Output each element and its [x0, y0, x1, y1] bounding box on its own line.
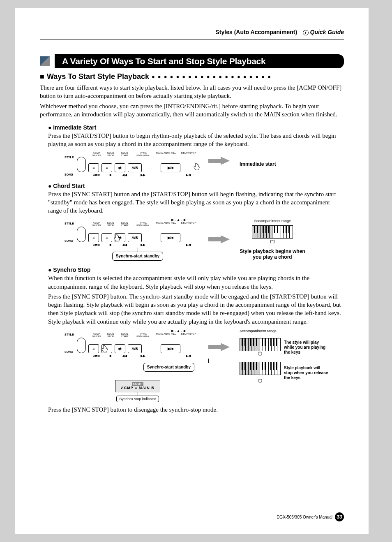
subhead-text: Ways To Start Style Playback	[47, 72, 149, 81]
control-panel-synchro: STYLE SONG ▶-▲-◀ ACMP ON/OFF SYNC STOP S…	[77, 329, 198, 358]
song-label-2: SONG	[65, 239, 73, 242]
label-acmp: ACMP ON/OFF	[91, 152, 102, 157]
start-stop-button-icon: ▶/■	[161, 163, 180, 172]
synchro-diagram: STYLE SONG ▶-▲-◀ ACMP ON/OFF SYNC STOP S…	[77, 329, 344, 403]
accomp-range-label-2: Accompaniment range	[240, 329, 329, 333]
immediate-diagram: STYLE SONG ACMP ON/OFF SYNC STOP SYNC ST…	[77, 152, 344, 177]
flash-marks-icon: ▶-▲-◀	[159, 329, 198, 333]
label-main: MAIN/ AUTO FILL	[156, 152, 176, 157]
bot-stop: ■	[105, 173, 116, 177]
immediate-caption: Immediate start	[240, 161, 276, 167]
synchro-closing: Press the [SYNC STOP] button to disengag…	[48, 405, 344, 414]
bot-rew: ◀◀	[119, 173, 130, 177]
header-guide: rQuick Guide	[303, 29, 344, 35]
synchro-start-callout: Synchro-start standby	[112, 252, 163, 261]
sync-stop-button-icon: ≡	[101, 163, 112, 172]
hand-pointer-icon	[112, 234, 121, 243]
chord-right-block: Accompaniment range Style playback begin…	[240, 219, 305, 260]
label-sync-stop: SYNC STOP	[105, 152, 116, 157]
style-stops-note: Style playback will stop when you releas…	[284, 366, 329, 380]
title-decorative-icon	[40, 56, 50, 66]
chord-start-block: Chord Start Press the [SYNC START] butto…	[48, 183, 344, 261]
header-pill: r	[303, 30, 309, 35]
label-start-stop: START/STOP	[179, 152, 198, 157]
rounded-toggle-icon	[77, 227, 86, 242]
control-panel-chord: STYLE SONG ▶-▲-◀ ACMP ON/OFF SYNC STOP S…	[77, 218, 198, 247]
section-title-row: A Variety Of Ways To Start and Stop Styl…	[40, 54, 344, 68]
keyboard-icon	[240, 338, 281, 351]
hand-release-icon	[255, 378, 265, 384]
keyboard-icon	[252, 225, 293, 239]
keyboard-icon	[240, 362, 281, 375]
acmp-button-icon: ≡	[88, 163, 99, 172]
flash-marks-icon: ▶-▲-◀	[159, 218, 198, 222]
page-footer: DGX-505/305 Owner's Manual 33	[277, 512, 344, 521]
immediate-start-block: Immediate Start Press the [START/STOP] b…	[48, 124, 344, 177]
synchro-body-1: When this function is selected the accom…	[48, 274, 344, 291]
arrow-icon	[221, 338, 230, 356]
header-section: Styles (Auto Accompaniment)	[216, 29, 297, 35]
footer-model: DGX-505/305 Owner's Manual	[277, 515, 332, 519]
label-sync-start: SYNC START	[119, 152, 130, 157]
synchro-stop-head: Synchro Stop	[48, 266, 344, 273]
hand-pointer-icon	[192, 162, 201, 171]
arrow-icon	[221, 230, 230, 248]
dot-leader: ●●●●●●●●●●●●●●●●●●●●	[152, 74, 344, 80]
rounded-toggle-icon	[77, 338, 86, 353]
chord-caption: Style playback begins when you play a ch…	[240, 248, 305, 260]
immediate-start-body: Press the [START/STOP] button to begin r…	[48, 132, 344, 148]
song-label: SONG	[65, 173, 73, 176]
arrow-icon	[221, 152, 230, 170]
bot-ff: ▶▶	[133, 173, 153, 177]
intro-paragraph-2: Whichever method you choose, you can pre…	[40, 102, 344, 119]
ab-button-icon: A/B	[128, 163, 142, 172]
chord-start-body: Press the [SYNC START] button and the [S…	[48, 190, 344, 215]
immediate-start-head: Immediate Start	[48, 124, 344, 131]
control-panel-immediate: STYLE SONG ACMP ON/OFF SYNC STOP SYNC ST…	[77, 152, 198, 177]
chord-start-head: Chord Start	[48, 183, 344, 189]
black-square-bullet-icon: ■	[40, 72, 44, 81]
hand-press-icon	[255, 350, 265, 357]
chord-diagram: STYLE SONG ▶-▲-◀ ACMP ON/OFF SYNC STOP S…	[77, 218, 344, 261]
page-header: Styles (Auto Accompaniment) rQuick Guide	[40, 29, 344, 39]
manual-page: Styles (Auto Accompaniment) rQuick Guide…	[15, 8, 377, 534]
synchro-body-2: Press the [SYNC STOP] button. The synchr…	[48, 292, 344, 326]
bot-ab: A⇄B	[91, 173, 102, 177]
section-title: A Variety Of Ways To Start and Stop Styl…	[55, 54, 344, 68]
intro-paragraph-1: There are four different ways to start s…	[40, 83, 344, 100]
rounded-toggle-icon	[77, 157, 86, 172]
accomp-range-label: Accompaniment range	[254, 219, 291, 223]
style-label: STYLE	[65, 156, 74, 159]
style-label-2: STYLE	[65, 222, 74, 225]
synchro-stop-block: Synchro Stop When this function is selec…	[48, 266, 344, 414]
synchro-stop-indicator-label: Synchro-stop indicator	[116, 396, 159, 402]
lcd-display: ACMP ACMP ≡ MAIN B	[115, 380, 160, 393]
hand-pointer-icon	[100, 345, 109, 354]
page-number: 33	[335, 512, 344, 521]
sync-start-button-icon: ⇄	[115, 163, 125, 172]
synchro-start-callout-2: Synchro-start standby	[143, 363, 194, 372]
subhead-ways-to-start: ■ Ways To Start Style Playback ●●●●●●●●●…	[40, 72, 344, 81]
hand-play-icon	[267, 239, 277, 246]
bot-play: ▶/■	[179, 173, 198, 177]
style-plays-note: The style will play while you are playin…	[284, 340, 329, 355]
synchro-right-block: Accompaniment range The style will play …	[240, 329, 329, 384]
label-intro: INTRO/ ENDING/rit.	[133, 152, 153, 157]
